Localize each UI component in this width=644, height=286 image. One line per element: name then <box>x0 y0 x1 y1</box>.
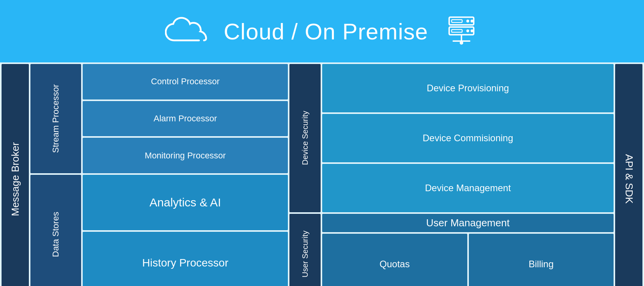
grid-area: Message Broker Stream Processor Data Sto… <box>0 62 644 286</box>
bottom-user-row: Quotas Billing <box>322 234 614 286</box>
user-management-box: User Management <box>322 214 614 232</box>
stream-data-col: Stream Processor Data Stores <box>30 64 81 286</box>
billing-box: Billing <box>469 234 614 286</box>
stream-processor-box: Stream Processor <box>30 64 81 173</box>
device-commissioning-box: Device Commisioning <box>322 114 614 162</box>
history-processor-box: History Processor <box>83 232 288 286</box>
alarm-processor-box: Alarm Processor <box>83 101 288 137</box>
svg-rect-6 <box>451 20 462 22</box>
api-sdk: API & SDK <box>615 64 642 286</box>
middle-content: Stream Processor Data Stores Control Pro… <box>30 64 614 286</box>
svg-point-10 <box>459 41 463 44</box>
svg-rect-7 <box>451 30 462 32</box>
device-management-box: Device Management <box>322 164 614 212</box>
right-section: Device Security User Security Device Pro… <box>289 64 614 286</box>
quotas-box: Quotas <box>322 234 467 286</box>
main-wrapper: Cloud / On Premise Message Broker <box>0 0 644 286</box>
svg-rect-1 <box>449 27 474 35</box>
monitoring-processor-box: Monitoring Processor <box>83 138 288 173</box>
message-broker: Message Broker <box>2 64 29 286</box>
control-processor-box: Control Processor <box>83 64 288 99</box>
svg-rect-0 <box>449 17 474 25</box>
device-provisioning-box: Device Provisioning <box>322 64 614 112</box>
user-panels: User Management Quotas Billing <box>322 214 614 286</box>
device-panels: Device Provisioning Device Commisioning … <box>322 64 614 212</box>
left-section: Stream Processor Data Stores Control Pro… <box>30 64 288 286</box>
device-security-box: Device Security <box>289 64 321 212</box>
analytics-ai-box: Analytics & AI <box>83 175 288 230</box>
user-security-box: User Security <box>289 214 321 286</box>
svg-point-5 <box>466 30 469 32</box>
svg-point-3 <box>470 30 473 32</box>
data-stores-box: Data Stores <box>30 175 81 286</box>
svg-point-2 <box>470 20 473 22</box>
cloud-icon <box>165 17 208 46</box>
top-processors: Control Processor Alarm Processor Monito… <box>83 64 288 173</box>
security-col: Device Security User Security <box>289 64 321 286</box>
right-panels-col: Device Provisioning Device Commisioning … <box>322 64 614 286</box>
processors-col: Control Processor Alarm Processor Monito… <box>83 64 288 286</box>
server-icon <box>444 14 479 49</box>
cloud-banner: Cloud / On Premise <box>0 0 644 62</box>
svg-point-4 <box>466 20 469 22</box>
banner-title: Cloud / On Premise <box>224 18 428 44</box>
